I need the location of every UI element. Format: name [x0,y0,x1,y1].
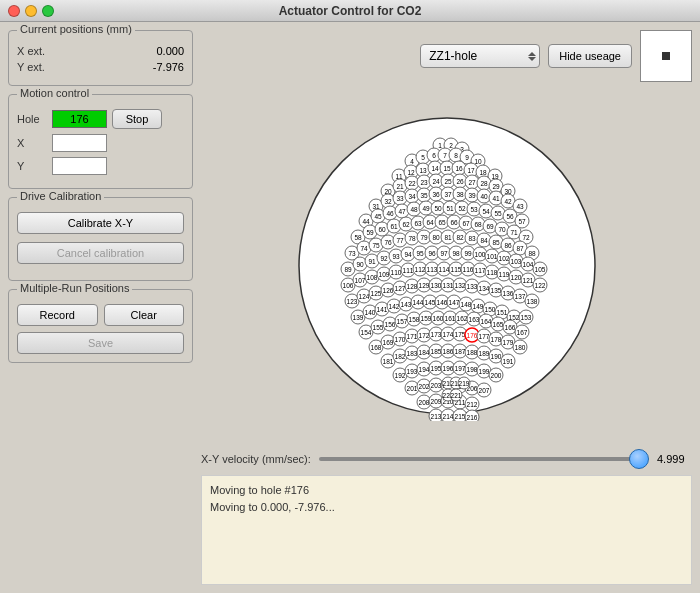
svg-text:214: 214 [442,412,453,419]
window-controls[interactable] [8,5,54,17]
save-button[interactable]: Save [17,332,184,354]
svg-text:181: 181 [382,357,393,364]
svg-text:149: 149 [472,302,483,309]
svg-text:142: 142 [388,302,399,309]
svg-text:22: 22 [408,179,416,186]
svg-text:175: 175 [454,330,465,337]
svg-text:110: 110 [390,268,401,275]
drive-calibration-group: Drive Calibration Calibrate X-Y Cancel c… [8,197,193,281]
zone-dropdown[interactable]: ZZ1-hole ZZ2-hole ZZ3-hole [420,44,540,68]
svg-text:185: 185 [430,347,441,354]
svg-text:159: 159 [420,314,431,321]
multiple-run-group: Multiple-Run Positions Record Clear Save [8,289,193,363]
svg-text:192: 192 [394,371,405,378]
svg-text:10: 10 [474,157,482,164]
svg-text:70: 70 [498,225,506,232]
svg-text:119: 119 [498,270,509,277]
svg-text:118: 118 [486,268,497,275]
svg-text:77: 77 [396,236,404,243]
svg-text:98: 98 [452,249,460,256]
svg-text:134: 134 [478,284,489,291]
calibrate-xy-button[interactable]: Calibrate X-Y [17,212,184,234]
svg-text:100: 100 [474,250,485,257]
svg-text:164: 164 [480,317,491,324]
svg-text:89: 89 [344,265,352,272]
hole-grid-svg: text.hole-num { font-size: 6.5px; font-f… [292,111,602,421]
svg-text:19: 19 [491,172,499,179]
svg-text:67: 67 [462,219,470,226]
svg-text:66: 66 [450,218,458,225]
svg-text:41: 41 [492,194,500,201]
svg-text:30: 30 [504,187,512,194]
svg-text:61: 61 [390,222,398,229]
cancel-calibration-button[interactable]: Cancel calibration [17,242,184,264]
motion-control-group: Motion control Hole Stop X Y [8,94,193,189]
svg-text:9: 9 [465,153,469,160]
svg-text:171: 171 [406,332,417,339]
svg-text:169: 169 [382,338,393,345]
svg-text:147: 147 [448,298,459,305]
svg-text:146: 146 [436,298,447,305]
svg-text:73: 73 [348,249,356,256]
svg-text:151: 151 [496,308,507,315]
svg-text:32: 32 [384,197,392,204]
svg-text:52: 52 [458,204,466,211]
svg-text:184: 184 [418,348,429,355]
svg-text:133: 133 [466,282,477,289]
svg-text:85: 85 [492,238,500,245]
svg-text:45: 45 [374,212,382,219]
y-motion-input[interactable] [52,157,107,175]
svg-text:99: 99 [464,249,472,256]
svg-text:93: 93 [392,252,400,259]
svg-text:153: 153 [520,313,531,320]
svg-text:195: 195 [430,364,441,371]
top-right-controls: ZZ1-hole ZZ2-hole ZZ3-hole Hide useage [420,44,632,68]
title-bar: Actuator Control for CO2 [0,0,700,22]
svg-text:180: 180 [514,343,525,350]
svg-text:122: 122 [534,281,545,288]
stop-button[interactable]: Stop [112,109,162,129]
svg-text:156: 156 [384,320,395,327]
minimize-button[interactable] [25,5,37,17]
log-area: Moving to hole #176Moving to 0.000, -7.9… [201,475,692,585]
velocity-label: X-Y velocity (mm/sec): [201,453,311,465]
svg-text:127: 127 [394,284,405,291]
svg-text:186: 186 [442,347,453,354]
svg-text:112: 112 [414,265,425,272]
svg-text:116: 116 [462,265,473,272]
svg-text:29: 29 [492,182,500,189]
svg-text:209: 209 [430,397,441,404]
svg-text:7: 7 [443,151,447,158]
svg-text:39: 39 [468,191,476,198]
svg-text:168: 168 [370,343,381,350]
current-positions-label: Current positions (mm) [17,23,135,35]
window-title: Actuator Control for CO2 [279,4,422,18]
svg-text:150: 150 [484,305,495,312]
velocity-slider[interactable] [319,457,649,461]
x-motion-label: X [17,137,47,149]
hide-usage-button[interactable]: Hide useage [548,44,632,68]
hole-input[interactable] [52,110,107,128]
svg-text:48: 48 [410,205,418,212]
svg-text:126: 126 [382,286,393,293]
svg-text:125: 125 [370,289,381,296]
record-button[interactable]: Record [17,304,98,326]
svg-text:31: 31 [372,202,380,209]
svg-text:40: 40 [480,192,488,199]
svg-text:49: 49 [422,204,430,211]
svg-text:44: 44 [362,217,370,224]
svg-text:51: 51 [446,204,454,211]
svg-text:76: 76 [384,238,392,245]
x-motion-input[interactable] [52,134,107,152]
svg-text:163: 163 [468,315,479,322]
svg-text:172: 172 [418,331,429,338]
maximize-button[interactable] [42,5,54,17]
svg-text:74: 74 [360,244,368,251]
close-button[interactable] [8,5,20,17]
svg-text:152: 152 [508,313,519,320]
svg-text:128: 128 [406,282,417,289]
clear-button[interactable]: Clear [104,304,185,326]
svg-text:57: 57 [518,217,526,224]
svg-text:17: 17 [467,166,475,173]
svg-text:191: 191 [502,357,513,364]
